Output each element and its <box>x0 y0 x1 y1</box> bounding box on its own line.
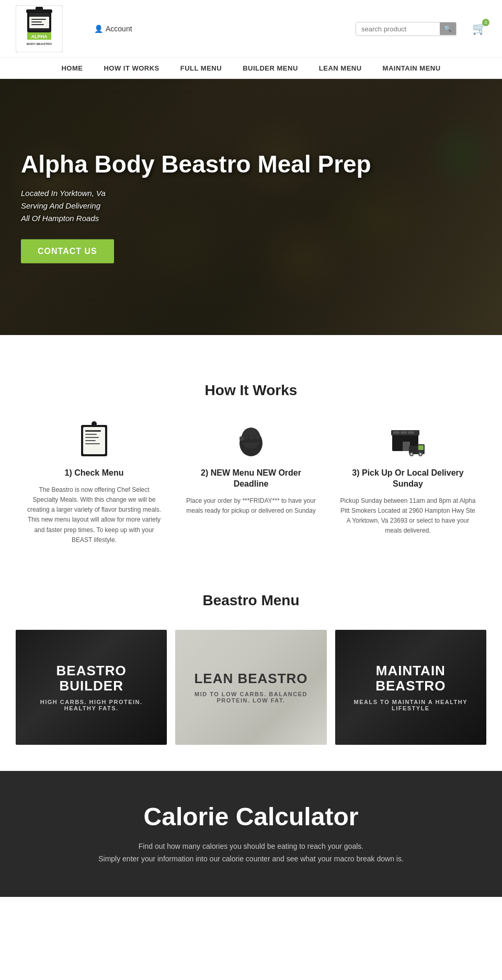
how-step-1-desc: The Beastro is now offering Chef Select … <box>26 485 162 545</box>
svg-rect-20 <box>92 422 96 425</box>
maintain-card-content: MAINTAIN BEASTRO MEALS TO MAINTAIN A HEA… <box>335 630 486 745</box>
beastro-menu-title: Beastro Menu <box>16 592 486 609</box>
nav-how-it-works[interactable]: HOW IT WORKS <box>104 64 159 72</box>
svg-rect-27 <box>255 433 260 440</box>
how-step-1-title: 1) Check Menu <box>65 468 124 479</box>
menu-icon: Menu <box>73 420 115 462</box>
lean-menu-card[interactable]: LEAN BEASTRO MID TO LOW CARBS. BALANCED … <box>175 630 326 745</box>
lean-card-content: LEAN BEASTRO MID TO LOW CARBS. BALANCED … <box>175 630 326 745</box>
how-step-2: 2) NEW Menu NEW Order Deadline Place you… <box>183 420 319 545</box>
account-label: Account <box>106 25 132 33</box>
svg-rect-26 <box>249 432 254 440</box>
svg-rect-34 <box>403 442 410 451</box>
svg-rect-16 <box>85 437 99 438</box>
nav-home[interactable]: HOME <box>61 64 83 72</box>
lean-card-subtitle: MID TO LOW CARBS. BALANCED PROTEIN. LOW … <box>186 691 316 704</box>
search-button[interactable]: 🔍 <box>440 22 456 35</box>
contact-us-button[interactable]: CONTACT US <box>21 239 114 263</box>
nav-maintain-menu[interactable]: MAINTAIN MENU <box>383 64 441 72</box>
svg-text:BODY BEASTRO: BODY BEASTRO <box>27 42 52 45</box>
svg-text:ALPHA: ALPHA <box>31 34 48 39</box>
hero-content: Alpha Body Beastro Meal Prep Located In … <box>21 151 371 263</box>
svg-rect-28 <box>239 436 244 441</box>
account-icon: 👤 <box>94 25 103 33</box>
nav-full-menu[interactable]: FULL MENU <box>180 64 222 72</box>
search-input[interactable] <box>356 22 440 36</box>
svg-point-41 <box>419 453 421 455</box>
how-steps-grid: Menu 1) Check Menu The Beastro is now of… <box>21 420 481 545</box>
svg-rect-18 <box>85 443 100 444</box>
hero-section: Alpha Body Beastro Meal Prep Located In … <box>0 79 502 335</box>
cart-badge: 0 <box>482 19 489 26</box>
beastro-menu-section: Beastro Menu BEASTRO BUILDER HIGH CARBS.… <box>0 571 502 771</box>
calc-desc-line2: Simply enter your information into our c… <box>98 855 404 863</box>
how-it-works-section: How It Works Menu 1) Check Menu <box>0 351 502 571</box>
svg-rect-37 <box>418 445 424 450</box>
svg-point-39 <box>410 453 413 455</box>
calc-title: Calorie Calculator <box>21 802 481 831</box>
svg-text:Menu: Menu <box>89 455 100 460</box>
account-link[interactable]: 👤 Account <box>63 25 356 33</box>
how-step-3: 3) Pick Up Or Local Delivery Sunday Pick… <box>340 420 476 545</box>
how-it-works-title: How It Works <box>21 382 481 399</box>
menu-cards-grid: BEASTRO BUILDER HIGH CARBS. HIGH PROTEIN… <box>16 630 486 745</box>
how-step-3-title: 3) Pick Up Or Local Delivery Sunday <box>340 468 476 490</box>
header: ALPHA BODY BEASTRO 👤 Account 🔍 🛒 0 <box>0 0 502 58</box>
search-bar[interactable]: 🔍 <box>356 22 457 36</box>
calc-desc: Find out how many calories you should be… <box>21 840 481 866</box>
how-step-3-desc: Pickup Sunday between 11am and 8pm at Al… <box>340 496 476 536</box>
calc-desc-line1: Find out how many calories you should be… <box>139 842 363 850</box>
maintain-menu-card[interactable]: MAINTAIN BEASTRO MEALS TO MAINTAIN A HEA… <box>335 630 486 745</box>
nav-builder-menu[interactable]: BUILDER MENU <box>243 64 298 72</box>
spacer-1 <box>0 335 502 351</box>
calorie-calculator-section: Calorie Calculator Find out how many cal… <box>0 771 502 897</box>
svg-rect-7 <box>31 21 42 22</box>
main-nav: HOME HOW IT WORKS FULL MENU BUILDER MENU… <box>0 58 502 79</box>
builder-card-subtitle: HIGH CARBS. HIGH PROTEIN. HEALTHY FATS. <box>26 699 156 711</box>
order-icon <box>230 420 272 462</box>
svg-rect-33 <box>408 431 414 434</box>
svg-rect-6 <box>31 19 46 20</box>
hero-subtitle-line2: Serving And Delivering <box>21 201 100 210</box>
svg-rect-8 <box>31 24 44 25</box>
delivery-icon <box>387 420 429 462</box>
lean-card-title: LEAN BEASTRO <box>194 671 307 686</box>
how-step-2-desc: Place your order by ***FRIDAY*** to have… <box>183 496 319 516</box>
cart-button[interactable]: 🛒 0 <box>472 22 486 36</box>
logo[interactable]: ALPHA BODY BEASTRO <box>16 5 63 52</box>
svg-rect-32 <box>401 431 407 434</box>
hero-subtitle-line3: All Of Hampton Roads <box>21 213 99 222</box>
maintain-card-title: MAINTAIN BEASTRO <box>346 663 476 693</box>
builder-card-title: BEASTRO BUILDER <box>26 663 156 693</box>
maintain-card-subtitle: MEALS TO MAINTAIN A HEALTHY LIFESTYLE <box>346 699 476 711</box>
svg-rect-31 <box>393 431 400 434</box>
hero-subtitle: Located In Yorktown, Va Serving And Deli… <box>21 187 371 224</box>
hero-subtitle-line1: Located In Yorktown, Va <box>21 188 106 197</box>
svg-rect-17 <box>85 440 96 441</box>
nav-lean-menu[interactable]: LEAN MENU <box>319 64 362 72</box>
logo-svg: ALPHA BODY BEASTRO <box>16 5 63 52</box>
how-step-1: Menu 1) Check Menu The Beastro is now of… <box>26 420 162 545</box>
builder-menu-card[interactable]: BEASTRO BUILDER HIGH CARBS. HIGH PROTEIN… <box>16 630 167 745</box>
builder-card-content: BEASTRO BUILDER HIGH CARBS. HIGH PROTEIN… <box>16 630 167 745</box>
svg-rect-15 <box>85 434 97 435</box>
how-step-2-title: 2) NEW Menu NEW Order Deadline <box>183 468 319 490</box>
svg-rect-14 <box>85 430 101 432</box>
hero-title: Alpha Body Beastro Meal Prep <box>21 151 371 178</box>
svg-rect-4 <box>36 7 43 11</box>
